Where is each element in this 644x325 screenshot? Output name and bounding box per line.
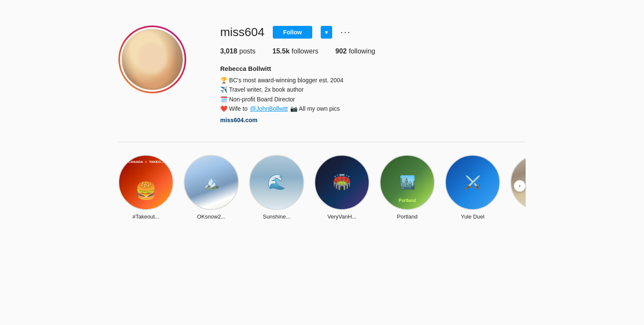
- story-circle: [118, 155, 174, 210]
- bio-website-link[interactable]: miss604.com: [220, 115, 526, 125]
- story-label: Portland: [397, 213, 417, 220]
- story-label: OKsnow2...: [197, 213, 225, 220]
- story-circle: [249, 155, 304, 210]
- profile-info: miss604 Follow ··· 3,018 posts 15.5k fol…: [220, 25, 526, 125]
- bio-mention-link[interactable]: @JohnBollwitt: [250, 104, 288, 113]
- story-item[interactable]: Yule Duel: [445, 155, 500, 220]
- story-item[interactable]: Sunshine...: [249, 155, 304, 220]
- story-circle: [380, 155, 435, 210]
- profile-top-row: miss604 Follow ···: [220, 25, 526, 39]
- story-content: [315, 156, 369, 209]
- follow-button[interactable]: Follow: [273, 26, 312, 39]
- story-content: [119, 156, 173, 209]
- story-label: Yule Duel: [461, 213, 484, 220]
- story-content: [250, 156, 303, 209]
- story-content: [446, 156, 499, 209]
- story-item[interactable]: VeryVanH...: [314, 155, 370, 220]
- profile-stats: 3,018 posts 15.5k followers 902 followin…: [220, 48, 526, 55]
- story-circle: [184, 155, 239, 210]
- bio-line-4: ❤️ Wife to @JohnBollwitt 📷 All my own pi…: [220, 104, 526, 113]
- stories-nav-right-button[interactable]: ›: [514, 180, 526, 192]
- follow-dropdown-button[interactable]: [321, 26, 332, 39]
- avatar-wrapper: [118, 25, 186, 93]
- story-label: #Takeout...: [132, 213, 160, 220]
- stories-section: #Takeout...OKsnow2...Sunshine...VeryVanH…: [118, 142, 526, 233]
- profile-username: miss604: [220, 25, 264, 39]
- profile-page: miss604 Follow ··· 3,018 posts 15.5k fol…: [110, 0, 534, 233]
- avatar-photo: [122, 29, 183, 90]
- avatar-inner: [120, 27, 185, 92]
- bio-line4-pre: ❤️ Wife to: [220, 104, 247, 113]
- story-label: Sunshine...: [263, 213, 290, 220]
- stories-row: #Takeout...OKsnow2...Sunshine...VeryVanH…: [118, 155, 526, 220]
- posts-label: posts: [239, 48, 255, 55]
- story-label: VeryVanH...: [328, 213, 356, 220]
- story-content: [185, 156, 238, 209]
- followers-label: followers: [291, 48, 318, 55]
- story-item[interactable]: Portland: [380, 155, 435, 220]
- more-options-button[interactable]: ···: [341, 27, 351, 38]
- story-circle: [314, 155, 370, 210]
- story-circle: [445, 155, 500, 210]
- bio-line-3: 🗓️ Non-profit Board Director: [220, 95, 526, 104]
- following-label: following: [349, 48, 375, 55]
- bio-line-2: ✈️ Travel writer, 2x book author: [220, 85, 526, 94]
- followers-count: 15.5k: [272, 48, 289, 55]
- profile-bio: Rebecca Bollwitt 🏆 BC's most award-winni…: [220, 64, 526, 125]
- bio-line4-post: 📷 All my own pics: [290, 104, 340, 113]
- following-count: 902: [335, 48, 347, 55]
- posts-count: 3,018: [220, 48, 237, 55]
- story-item[interactable]: OKsnow2...: [184, 155, 239, 220]
- story-item[interactable]: #Takeout...: [118, 155, 174, 220]
- bio-line-1: 🏆 BC's most award-winning blogger est. 2…: [220, 76, 526, 85]
- bio-name: Rebecca Bollwitt: [220, 64, 526, 74]
- posts-stat: 3,018 posts: [220, 48, 255, 55]
- following-stat: 902 following: [335, 48, 375, 55]
- story-content: [381, 156, 434, 209]
- profile-header: miss604 Follow ··· 3,018 posts 15.5k fol…: [118, 17, 526, 142]
- followers-stat: 15.5k followers: [272, 48, 318, 55]
